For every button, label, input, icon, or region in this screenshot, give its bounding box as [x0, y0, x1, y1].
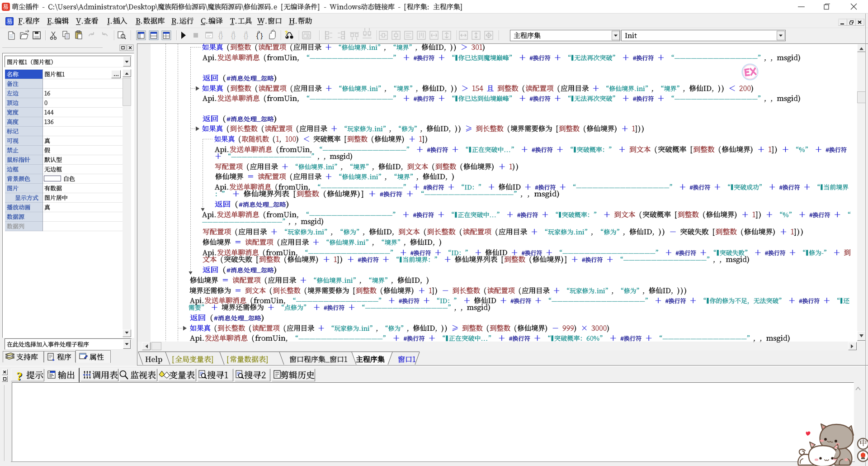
svg-text:{}: {} [231, 32, 236, 39]
svg-text:{}: {} [218, 32, 223, 39]
svg-text:?: ? [17, 370, 23, 382]
svg-text:{}: {} [244, 32, 248, 39]
